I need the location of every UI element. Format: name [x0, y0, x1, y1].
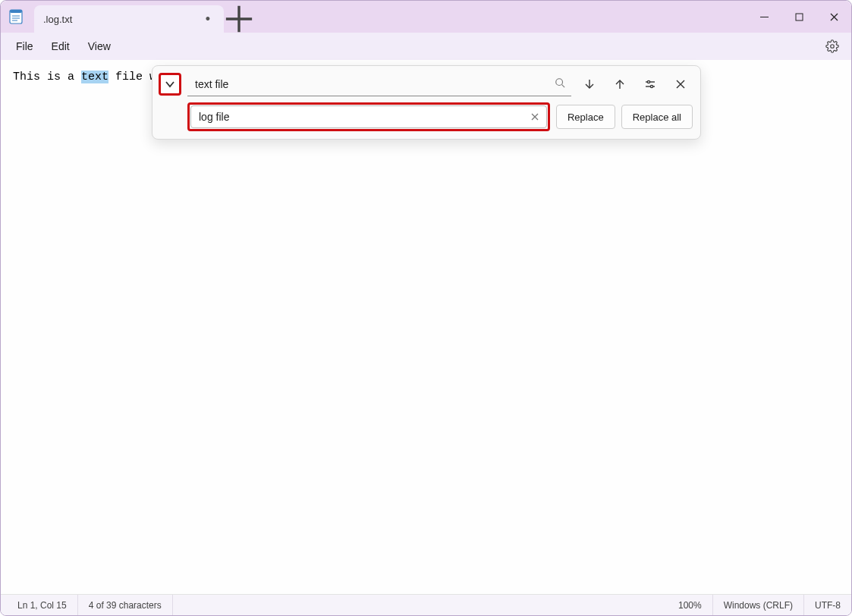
tab-title: .log.txt: [43, 14, 201, 25]
minimize-button[interactable]: [747, 1, 781, 33]
tab-modified-indicator[interactable]: •: [201, 12, 215, 26]
statusbar: Ln 1, Col 15 4 of 39 characters 100% Win…: [1, 594, 851, 615]
svg-point-19: [650, 85, 652, 87]
menu-view[interactable]: View: [79, 36, 120, 57]
find-input-wrap: [187, 72, 571, 96]
editor-area[interactable]: This is a text file wri: [1, 60, 851, 594]
replace-input-wrap: [190, 105, 547, 128]
replace-highlight: [187, 102, 550, 131]
settings-button[interactable]: [819, 33, 845, 59]
search-icon: [555, 77, 565, 91]
highlighted-text: text: [81, 71, 108, 83]
new-tab-button[interactable]: [224, 5, 254, 33]
find-previous-button[interactable]: [608, 72, 632, 96]
menu-edit[interactable]: Edit: [42, 36, 79, 57]
replace-row: Replace Replace all: [159, 102, 693, 131]
find-next-button[interactable]: [577, 72, 602, 96]
clear-replace-button[interactable]: [528, 110, 542, 124]
svg-rect-1: [10, 10, 22, 13]
status-position[interactable]: Ln 1, Col 15: [1, 595, 78, 615]
status-encoding[interactable]: UTF-8: [804, 595, 851, 615]
toggle-replace-button[interactable]: [159, 73, 181, 96]
status-line-ending[interactable]: Windows (CRLF): [713, 595, 804, 615]
svg-point-17: [647, 80, 649, 83]
replace-input[interactable]: [199, 111, 528, 123]
find-options-button[interactable]: [638, 72, 662, 96]
find-row: [159, 72, 693, 96]
app-icon: [1, 1, 31, 33]
tab[interactable]: .log.txt •: [34, 5, 224, 33]
replace-button[interactable]: Replace: [556, 105, 615, 129]
svg-point-12: [556, 79, 563, 86]
status-zoom[interactable]: 100%: [668, 595, 713, 615]
menu-file[interactable]: File: [7, 36, 42, 57]
text-before: This is a: [13, 71, 81, 83]
titlebar-spacer: [254, 1, 747, 33]
replace-all-button[interactable]: Replace all: [621, 105, 693, 129]
status-selection: 4 of 39 characters: [78, 595, 173, 615]
svg-rect-8: [796, 14, 803, 20]
find-input[interactable]: [187, 72, 571, 96]
svg-line-13: [562, 85, 565, 88]
svg-point-11: [831, 45, 835, 49]
close-window-button[interactable]: [816, 1, 851, 33]
close-panel-button[interactable]: [668, 72, 693, 96]
maximize-button[interactable]: [781, 1, 816, 33]
menubar: File Edit View: [1, 33, 851, 60]
find-replace-panel: Replace Replace all: [152, 65, 701, 140]
titlebar: .log.txt •: [1, 1, 851, 33]
